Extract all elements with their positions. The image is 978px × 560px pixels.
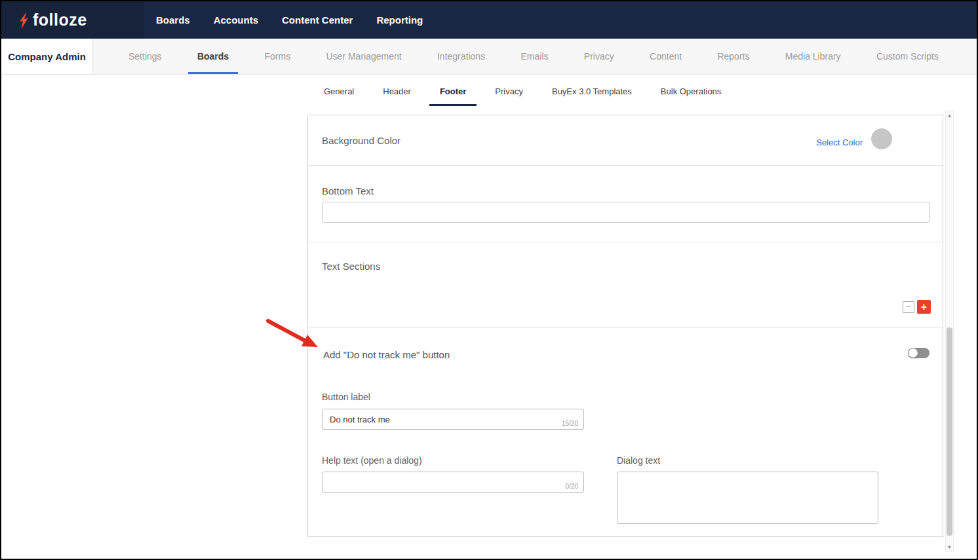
background-color-label: Background Color (322, 135, 401, 146)
help-text-counter: 0/20 (566, 483, 578, 490)
subtab-general[interactable]: General (309, 75, 368, 107)
button-label-field-wrap: 15/20 (322, 409, 584, 430)
topnav-content-center[interactable]: Content Center (282, 14, 353, 26)
bottom-text-input[interactable] (322, 202, 930, 223)
remove-text-section-button[interactable]: − (903, 301, 914, 313)
tab-reports[interactable]: Reports (708, 39, 758, 74)
help-text-label: Help text (open a dialog) (322, 455, 422, 466)
add-text-section-button[interactable]: + (917, 300, 931, 314)
button-label-label: Button label (322, 392, 370, 402)
text-sections-label: Text Sections (322, 261, 380, 272)
topnav-boards[interactable]: Boards (156, 14, 190, 26)
app-window: folloze Boards Accounts Content Center R… (0, 0, 978, 560)
topnav-accounts[interactable]: Accounts (214, 14, 258, 26)
scrollbar-up-arrow[interactable]: ▲ (946, 111, 953, 120)
color-swatch[interactable] (871, 128, 892, 149)
tab-user-management[interactable]: User Management (317, 39, 410, 74)
subtab-bulk-operations[interactable]: Bulk Operations (646, 75, 736, 107)
vertical-scrollbar[interactable]: ▲ ▼ (945, 111, 954, 552)
do-not-track-section: Add "Do not track me" button Button labe… (308, 327, 943, 536)
company-admin-home-tab[interactable]: Company Admin (1, 39, 93, 74)
subtab-privacy[interactable]: Privacy (480, 75, 538, 107)
background-color-section: Background Color Select Color (308, 115, 943, 165)
tab-privacy[interactable]: Privacy (575, 39, 623, 74)
dialog-text-textarea[interactable] (617, 472, 878, 524)
boards-sub-tab-bar: General Header Footer Privacy BuyEx 3.0 … (1, 75, 977, 107)
dialog-text-label: Dialog text (617, 455, 660, 466)
help-text-input[interactable] (322, 472, 584, 493)
tab-media-library[interactable]: Media Library (776, 39, 850, 74)
scrollbar-thumb[interactable] (947, 327, 952, 536)
tab-emails[interactable]: Emails (511, 39, 557, 74)
tab-settings[interactable]: Settings (119, 39, 171, 74)
folloze-logo[interactable]: folloze (1, 1, 144, 39)
button-label-input[interactable] (322, 409, 584, 430)
subtab-footer[interactable]: Footer (425, 75, 480, 107)
subtab-buyex-templates[interactable]: BuyEx 3.0 Templates (538, 75, 646, 107)
topnav-items: Boards Accounts Content Center Reporting (156, 14, 423, 26)
bottom-text-label: Bottom Text (322, 185, 374, 196)
button-label-counter: 15/20 (562, 420, 578, 427)
topnav-reporting[interactable]: Reporting (376, 14, 423, 26)
help-text-field-wrap: 0/20 (322, 472, 584, 493)
footer-settings-panel: Background Color Select Color Bottom Tex… (307, 115, 943, 537)
toggle-thumb (909, 348, 918, 358)
tab-integrations[interactable]: Integrations (428, 39, 494, 74)
logo-text: folloze (33, 10, 87, 29)
subtab-header[interactable]: Header (368, 75, 425, 107)
text-sections-section: Text Sections − + (308, 242, 943, 327)
scrollbar-down-arrow[interactable]: ▼ (946, 543, 953, 551)
company-admin-tab-bar: Company Admin Settings Boards Forms User… (1, 39, 977, 75)
select-color-link[interactable]: Select Color (816, 138, 863, 147)
do-not-track-toggle[interactable] (908, 348, 929, 358)
do-not-track-label: Add "Do not track me" button (323, 349, 450, 360)
tab-forms[interactable]: Forms (255, 39, 300, 74)
bottom-text-section: Bottom Text (308, 165, 943, 242)
folloze-flame-icon (18, 12, 29, 29)
admin-tabs: Settings Boards Forms User Management In… (93, 39, 977, 74)
tab-boards[interactable]: Boards (188, 39, 238, 74)
tab-custom-scripts[interactable]: Custom Scripts (867, 39, 948, 74)
tab-content[interactable]: Content (640, 39, 691, 74)
top-navigation-bar: folloze Boards Accounts Content Center R… (1, 1, 977, 39)
